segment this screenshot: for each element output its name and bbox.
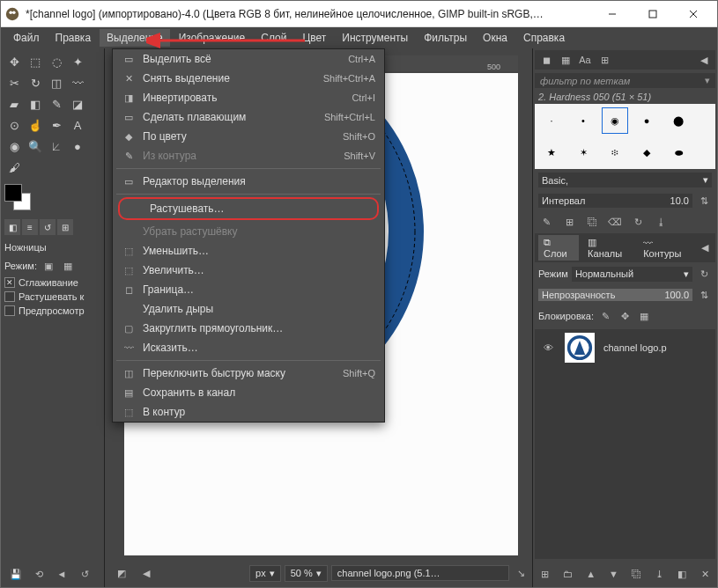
quickmask-icon[interactable]: ◩ bbox=[114, 565, 130, 581]
menu-windows[interactable]: Окна bbox=[476, 29, 514, 47]
brush-item[interactable]: • bbox=[570, 107, 596, 134]
dup-layer-icon[interactable]: ⿻ bbox=[630, 566, 644, 582]
dock-menu-icon[interactable]: ◀ bbox=[698, 240, 712, 256]
edit-brush-icon[interactable]: ✎ bbox=[538, 214, 554, 230]
tool-tab-2[interactable]: ≡ bbox=[22, 219, 38, 235]
tool-tab-4[interactable]: ⊞ bbox=[57, 219, 73, 235]
fg-color[interactable] bbox=[4, 184, 22, 202]
brush-item[interactable]: ◆ bbox=[633, 139, 660, 165]
tab-layers[interactable]: ⧉ Слои bbox=[538, 235, 579, 261]
visibility-icon[interactable]: 👁 bbox=[540, 340, 556, 356]
mode-replace-icon[interactable]: ▣ bbox=[41, 258, 56, 274]
mode-reset-icon[interactable]: ↻ bbox=[696, 266, 712, 282]
refresh-brush-icon[interactable]: ↻ bbox=[630, 214, 646, 230]
restore-icon[interactable]: ⟲ bbox=[31, 566, 47, 582]
menu-select-all[interactable]: ▭Выделить всёCtrl+A bbox=[113, 49, 384, 69]
text-tool[interactable]: A bbox=[68, 115, 87, 135]
brush-filter[interactable]: фильтр по меткам▾ bbox=[535, 73, 715, 88]
opacity-stepper[interactable]: ⇅ bbox=[696, 287, 712, 303]
fuzzy-select-tool[interactable]: ✦ bbox=[68, 52, 87, 71]
brush-item[interactable]: ፨ bbox=[602, 139, 628, 165]
color-picker-tool[interactable]: ◉ bbox=[4, 136, 24, 156]
new-brush-icon[interactable]: ⊞ bbox=[561, 214, 577, 230]
save-preset-icon[interactable]: 💾 bbox=[8, 566, 24, 582]
color-swatch[interactable] bbox=[4, 184, 31, 210]
opacity-slider[interactable]: Непрозрачность 100.0 bbox=[538, 289, 692, 301]
menu-shrink[interactable]: ⬚Уменьшить… bbox=[113, 241, 384, 261]
bucket-tool[interactable]: ▰ bbox=[4, 94, 24, 114]
gradient-tool[interactable]: ◧ bbox=[26, 94, 45, 114]
tool-tab-1[interactable]: ◧ bbox=[4, 219, 20, 235]
maximize-button[interactable] bbox=[633, 1, 673, 27]
measure-tool[interactable]: ⟀ bbox=[47, 136, 66, 156]
fonts-tab-icon[interactable]: Aa bbox=[577, 52, 593, 68]
reset-icon[interactable]: ↺ bbox=[77, 566, 93, 582]
lower-layer-icon[interactable]: ▼ bbox=[607, 566, 621, 582]
menu-help[interactable]: Справка bbox=[516, 29, 572, 47]
blend-mode-select[interactable]: Нормальный▾ bbox=[572, 267, 692, 282]
menu-remove-holes[interactable]: Удалить дыры bbox=[113, 299, 384, 319]
clone-tool[interactable]: ⊙ bbox=[4, 115, 24, 135]
new-layer-icon[interactable]: ⊞ bbox=[538, 566, 552, 582]
brush-item[interactable]: ★ bbox=[538, 139, 565, 165]
brushes-tab-icon[interactable]: ◼ bbox=[538, 52, 554, 68]
dup-brush-icon[interactable]: ⿻ bbox=[584, 214, 600, 230]
zoom-tool[interactable]: 🔍 bbox=[26, 136, 45, 156]
eraser-tool[interactable]: ◪ bbox=[68, 94, 87, 114]
menu-selection[interactable]: Выделение bbox=[100, 29, 170, 47]
brush-item[interactable]: ◉ bbox=[602, 107, 628, 134]
free-select-tool[interactable]: ◌ bbox=[47, 52, 66, 71]
menu-save-channel[interactable]: ▤Сохранить в канал bbox=[113, 383, 384, 402]
close-button[interactable] bbox=[673, 1, 714, 27]
minimize-button[interactable] bbox=[592, 1, 633, 27]
unit-select[interactable]: px▾ bbox=[249, 565, 281, 582]
menu-by-color[interactable]: ◆По цветуShift+O bbox=[113, 127, 384, 146]
ink-tool[interactable]: ● bbox=[68, 136, 87, 156]
feather-check[interactable] bbox=[4, 291, 15, 302]
delete-layer-icon[interactable]: ✕ bbox=[698, 566, 712, 582]
lock-alpha-icon[interactable]: ▦ bbox=[636, 308, 652, 324]
path-tool[interactable]: ✒ bbox=[47, 115, 66, 135]
menu-color[interactable]: Цвет bbox=[295, 29, 333, 47]
brush-item[interactable]: ✶ bbox=[570, 139, 596, 165]
open-asloc-icon[interactable]: ⭳ bbox=[653, 214, 669, 230]
menu-border[interactable]: ◻Граница… bbox=[113, 280, 384, 299]
brush-tool[interactable]: 🖌 bbox=[4, 158, 24, 177]
menu-filters[interactable]: Фильтры bbox=[417, 29, 474, 47]
menu-layer[interactable]: Слой bbox=[254, 29, 293, 47]
menu-image[interactable]: Изображение bbox=[172, 29, 253, 47]
menu-feather[interactable]: Растушевать… bbox=[118, 197, 379, 220]
brush-item[interactable]: ● bbox=[633, 107, 660, 134]
menu-invert[interactable]: ◨ИнвертироватьCtrl+I bbox=[113, 88, 384, 107]
new-group-icon[interactable]: 🗀 bbox=[561, 566, 575, 582]
lock-pixels-icon[interactable]: ✎ bbox=[597, 308, 613, 324]
rect-select-tool[interactable]: ⬚ bbox=[26, 52, 45, 71]
antialias-check[interactable]: ✕ bbox=[4, 277, 15, 288]
nav-icon[interactable]: ↘ bbox=[513, 565, 529, 581]
menu-edit[interactable]: Правка bbox=[48, 29, 99, 47]
zoom-select[interactable]: 50 %▾ bbox=[285, 565, 328, 582]
brush-item[interactable]: ⬤ bbox=[665, 107, 692, 134]
transform-tool[interactable]: ◫ bbox=[47, 73, 66, 92]
patterns-tab-icon[interactable]: ▦ bbox=[558, 52, 574, 68]
menu-selection-editor[interactable]: ▭Редактор выделения bbox=[113, 172, 384, 191]
rotate-tool[interactable]: ↻ bbox=[26, 73, 45, 92]
spacing-stepper[interactable]: ⇅ bbox=[696, 193, 712, 209]
delete-icon[interactable]: ◄ bbox=[54, 566, 70, 582]
dock-menu-icon[interactable]: ◀ bbox=[696, 52, 712, 68]
smudge-tool[interactable]: ☝ bbox=[26, 115, 45, 135]
brush-item[interactable]: ⬬ bbox=[665, 139, 692, 165]
menu-to-path[interactable]: ⬚В контур bbox=[113, 402, 384, 422]
tab-paths[interactable]: 〰 Контуры bbox=[638, 236, 694, 261]
pencil-tool[interactable]: ✎ bbox=[47, 94, 66, 114]
warp-tool[interactable]: 〰 bbox=[68, 73, 87, 92]
menu-float[interactable]: ▭Сделать плавающимShift+Ctrl+L bbox=[113, 107, 384, 127]
crop-tool[interactable]: ✂ bbox=[4, 73, 24, 92]
menu-grow[interactable]: ⬚Увеличить… bbox=[113, 261, 384, 280]
brush-item[interactable]: · bbox=[538, 107, 565, 134]
mask-layer-icon[interactable]: ◧ bbox=[675, 566, 689, 582]
tab-channels[interactable]: ▥ Каналы bbox=[582, 235, 634, 261]
menu-round-rect[interactable]: ▢Закруглить прямоугольник… bbox=[113, 319, 384, 338]
lock-position-icon[interactable]: ✥ bbox=[617, 308, 633, 324]
layer-row[interactable]: 👁 channel logo.p bbox=[535, 329, 715, 366]
